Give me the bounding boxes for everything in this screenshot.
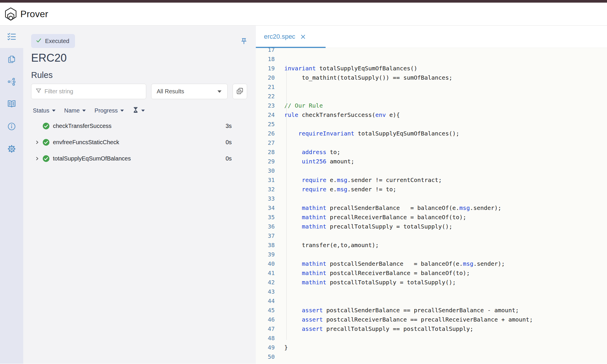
filter-input-box [31, 84, 146, 99]
chevron-right-icon[interactable] [35, 140, 40, 145]
line-content: mathint precallReceiverBalance = balance… [275, 213, 466, 222]
line-number: 26 [256, 129, 275, 138]
code-line: 42 mathint postcallTotalSupply = totalSu… [256, 278, 607, 287]
caret-down-icon [141, 110, 145, 112]
line-number: 21 [256, 82, 275, 92]
line-number: 17 [256, 48, 275, 54]
indent-guide [286, 70, 287, 340]
column-header-progress[interactable]: Progress [94, 107, 124, 114]
line-number: 41 [256, 268, 275, 278]
sidebar-item-files[interactable] [0, 48, 23, 70]
status-passed-icon [42, 139, 50, 146]
line-content: uint256 amount; [275, 157, 354, 166]
code-viewport[interactable]: 17 18 19 invariant totalSupplyEqSumOfBal… [256, 48, 607, 364]
line-content [275, 333, 284, 343]
sidebar-item-settings[interactable] [0, 138, 23, 160]
code-line: 18 [256, 54, 607, 64]
filter-input[interactable] [44, 88, 142, 95]
sidebar-item-info[interactable] [0, 115, 23, 138]
rule-name: totalSupplyEqSumOfBalances [53, 155, 131, 162]
caret-down-icon [217, 90, 222, 93]
line-number: 31 [256, 175, 275, 185]
line-number: 34 [256, 203, 275, 213]
line-content: assert postcallReceiverBalance == precal… [275, 315, 533, 324]
line-content [275, 231, 284, 240]
line-number: 24 [256, 110, 275, 119]
column-header-status[interactable]: Status [33, 107, 56, 114]
code-line: 36 mathint precallTotalSupply = totalSup… [256, 222, 607, 231]
results-filter-value: All Results [157, 88, 217, 95]
line-content [275, 92, 284, 101]
column-label-name: Name [64, 107, 80, 114]
line-number: 50 [256, 352, 275, 361]
pin-button[interactable] [240, 37, 248, 47]
sidebar-item-call-graph[interactable] [0, 70, 23, 93]
line-number: 20 [256, 73, 275, 82]
table-row[interactable]: checkTransferSuccess 3s [31, 118, 247, 134]
code-line: 21 [256, 82, 607, 92]
table-row[interactable]: totalSupplyEqSumOfBalances 0s [31, 150, 247, 167]
duplicate-view-button[interactable] [233, 84, 247, 99]
close-icon[interactable] [300, 34, 306, 40]
line-number: 40 [256, 259, 275, 268]
line-number: 44 [256, 296, 275, 306]
sidebar-item-docs[interactable] [0, 93, 23, 115]
code-line: 30 [256, 166, 607, 175]
code-line: 44 [256, 296, 607, 306]
line-content: requireInvariant totalSupplyEqSumOfBalan… [275, 129, 459, 138]
chevron-right-icon[interactable] [35, 156, 40, 161]
line-number: 33 [256, 194, 275, 203]
table-row[interactable]: envfreeFuncsStaticCheck 0s [31, 134, 247, 150]
line-content [275, 194, 284, 203]
code-line: 49 } [256, 343, 607, 352]
line-content [275, 119, 284, 129]
results-filter-select[interactable]: All Results [151, 84, 228, 99]
app-header: Prover [0, 3, 607, 26]
line-content: mathint postcallSenderBalance = balanceO… [275, 259, 505, 268]
code-line: 37 [256, 231, 607, 240]
rule-name: envfreeFuncsStaticCheck [53, 139, 119, 146]
line-content [275, 48, 284, 54]
column-header-name[interactable]: Name [64, 107, 86, 114]
status-passed-icon [42, 122, 50, 130]
book-icon [7, 99, 16, 109]
app-name: Prover [20, 9, 48, 19]
code-line: 38 transfer(e,to,amount); [256, 240, 607, 250]
code-line: 23 // Our Rule [256, 101, 607, 110]
line-content: rule checkTransferSuccess(env e){ [275, 110, 400, 119]
rule-duration: 0s [226, 139, 232, 146]
results-panel: Executed ERC20 Rules [23, 26, 256, 364]
copy-files-icon [7, 55, 16, 64]
line-number: 30 [256, 166, 275, 175]
checklist-icon [7, 32, 16, 42]
code-line: 25 [256, 119, 607, 129]
icon-rail [0, 26, 23, 364]
line-content [275, 82, 284, 92]
column-label-progress: Progress [94, 107, 118, 114]
info-icon [7, 122, 16, 131]
rule-name: checkTransferSuccess [53, 123, 112, 129]
code-line: 50 [256, 352, 607, 361]
line-number: 51 [256, 361, 275, 364]
nested-hexagons-icon [4, 7, 17, 21]
sidebar-item-rules[interactable] [0, 26, 23, 48]
line-content [275, 250, 284, 259]
code-line: 19 invariant totalSupplyEqSumOfBalances(… [256, 64, 607, 73]
column-header-duration[interactable] [133, 107, 145, 115]
code-line: 45 assert postcallSenderBalance == preca… [256, 306, 607, 315]
code-line: 35 mathint precallReceiverBalance = bala… [256, 213, 607, 222]
rules-table: checkTransferSuccess 3s envfreeFuncsStat… [31, 118, 247, 167]
code-line: 17 [256, 48, 607, 54]
line-number: 23 [256, 101, 275, 110]
caret-down-icon [82, 110, 86, 112]
code-line: 47 assert precallTotalSupply == postcall… [256, 324, 607, 333]
line-content [275, 54, 284, 64]
caret-down-icon [120, 110, 124, 112]
line-number: 19 [256, 64, 275, 73]
line-number: 43 [256, 287, 275, 296]
status-badge: Executed [31, 34, 75, 48]
app-logo[interactable]: Prover [4, 7, 48, 21]
tab-erc20-spec[interactable]: erc20.spec [256, 26, 326, 48]
line-number: 35 [256, 213, 275, 222]
line-content: } [275, 343, 288, 352]
